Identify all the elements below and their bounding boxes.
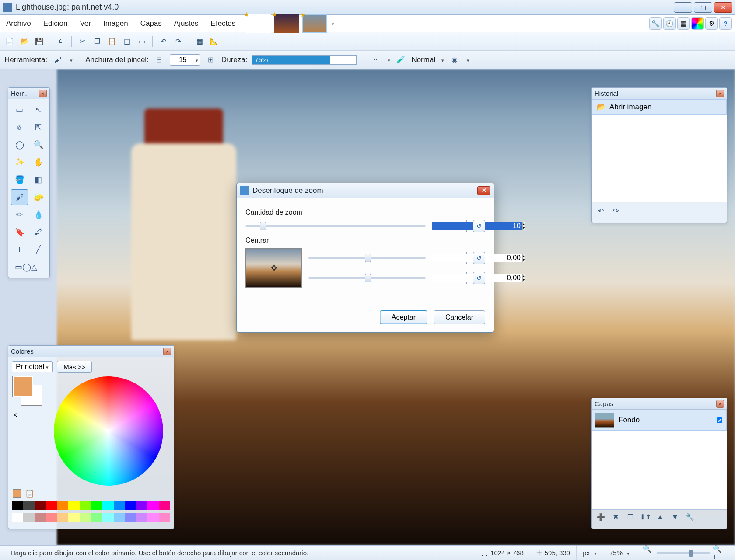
clone-stamp-tool[interactable]: 🔖: [11, 224, 28, 240]
layer-row[interactable]: Fondo: [592, 410, 727, 431]
deselect-icon[interactable]: ▭: [136, 35, 148, 48]
history-window-toggle[interactable]: 🕘: [663, 17, 676, 30]
history-panel[interactable]: Historial× 📂 Abrir imagen ↶ ↷: [592, 87, 727, 223]
move-tool[interactable]: ↖: [30, 102, 47, 118]
unit-dropdown[interactable]: [592, 549, 597, 557]
active-tool-icon[interactable]: 🖌: [52, 54, 64, 66]
menu-ajustes[interactable]: Ajustes: [168, 17, 205, 31]
lasso-tool[interactable]: ⌾: [11, 119, 28, 135]
more-colors-button[interactable]: Más >>: [57, 361, 92, 373]
crop-icon[interactable]: ◫: [121, 35, 133, 48]
ruler-icon[interactable]: 📐: [208, 35, 220, 48]
spin-up-icon[interactable]: ▴: [522, 222, 525, 226]
color-mode-select[interactable]: Principal: [12, 361, 52, 372]
shapes-tool[interactable]: ▭◯△: [11, 259, 47, 275]
close-window-button[interactable]: ✕: [714, 2, 732, 13]
blend-mode-dropdown[interactable]: [440, 56, 444, 64]
rect-select-tool[interactable]: ▭: [11, 102, 28, 118]
zoom-out-icon[interactable]: 🔍−: [642, 547, 654, 559]
grid-icon[interactable]: ▦: [193, 35, 206, 48]
menu-archivo[interactable]: Archivo: [0, 17, 37, 31]
color-picker-tool[interactable]: 💧: [30, 207, 47, 223]
duplicate-layer-icon[interactable]: ❐: [624, 511, 637, 523]
close-panel-icon[interactable]: ×: [163, 348, 171, 355]
open-file-icon[interactable]: 📂: [18, 35, 31, 48]
history-redo-icon[interactable]: ↷: [609, 205, 622, 217]
zoom-amount-slider[interactable]: [245, 225, 426, 227]
reset-cy-button[interactable]: ↺: [473, 272, 485, 284]
magic-wand-tool[interactable]: ✨: [11, 154, 28, 170]
hardness-slider[interactable]: 75%: [252, 55, 357, 65]
reset-cx-button[interactable]: ↺: [473, 252, 485, 264]
zoom-slider[interactable]: [657, 552, 710, 554]
center-x-slider[interactable]: [308, 257, 426, 259]
ok-button[interactable]: Aceptar: [380, 310, 427, 324]
cut-icon[interactable]: ✂: [76, 35, 88, 48]
copy-icon[interactable]: ❐: [91, 35, 103, 48]
zoom-in-icon[interactable]: 🔍+: [712, 547, 724, 559]
width-increase-icon[interactable]: ⊞: [205, 54, 217, 66]
zoom-dropdown[interactable]: [625, 549, 630, 557]
delete-layer-icon[interactable]: ✖: [609, 511, 622, 523]
doc-thumb-1[interactable]: ★: [246, 14, 271, 33]
layers-window-toggle[interactable]: ▦: [677, 17, 690, 30]
history-item[interactable]: 📂 Abrir imagen: [592, 99, 727, 115]
paint-bucket-tool[interactable]: 🪣: [11, 172, 28, 188]
doc-thumbs-dropdown[interactable]: [330, 19, 334, 28]
tools-window-toggle[interactable]: 🔧: [649, 17, 662, 30]
color-wheel[interactable]: [54, 376, 163, 486]
paste-icon[interactable]: 📋: [106, 35, 118, 48]
text-tool[interactable]: T: [11, 242, 28, 257]
layer-blend-icon[interactable]: ◉: [448, 54, 461, 66]
new-file-icon[interactable]: 📄: [4, 35, 16, 48]
palette-row-1[interactable]: [12, 501, 170, 510]
menu-imagen[interactable]: Imagen: [97, 17, 134, 31]
minimize-button[interactable]: —: [674, 2, 692, 13]
paintbrush-tool[interactable]: 🖌: [11, 189, 28, 205]
swap-colors-icon[interactable]: ⤭: [13, 411, 43, 418]
layer-visible-checkbox[interactable]: [717, 417, 722, 423]
tool-dropdown[interactable]: [68, 56, 73, 64]
move-layer-up-icon[interactable]: ▲: [654, 511, 666, 523]
zoom-tool[interactable]: 🔍: [30, 137, 47, 153]
tools-panel[interactable]: Herr...× ▭ ↖ ⌾ ⇱ ◯ 🔍 ✨ ✋ 🪣 ◧ 🖌 🧽 ✏ 💧 🔖 🖍…: [8, 87, 50, 278]
doc-thumb-3[interactable]: ★: [302, 14, 327, 33]
help-icon[interactable]: ?: [719, 17, 732, 30]
close-panel-icon[interactable]: ×: [716, 400, 724, 408]
cancel-button[interactable]: Cancelar: [434, 310, 485, 324]
settings-icon[interactable]: ⚙: [705, 17, 718, 30]
menu-edicion[interactable]: Edición: [37, 17, 74, 31]
merge-layer-icon[interactable]: ⬇⬆: [639, 511, 651, 523]
redo-icon[interactable]: ↷: [172, 35, 184, 48]
history-undo-icon[interactable]: ↶: [595, 205, 607, 217]
dialog-close-icon[interactable]: ✕: [477, 186, 490, 195]
palette-manage-icon[interactable]: 📋: [25, 489, 34, 498]
eraser-tool[interactable]: 🧽: [30, 189, 47, 205]
layers-panel[interactable]: Capas× Fondo ➕ ✖ ❐ ⬇⬆ ▲ ▼ 🔧: [592, 398, 727, 529]
print-icon[interactable]: 🖨: [55, 35, 67, 48]
spin-down-icon[interactable]: ▾: [522, 226, 525, 230]
zoom-amount-input[interactable]: ▴▾: [432, 220, 467, 232]
move-selection-tool[interactable]: ⇱: [30, 119, 47, 135]
pencil-tool[interactable]: ✏: [11, 207, 28, 223]
add-layer-icon[interactable]: ➕: [595, 511, 607, 523]
close-panel-icon[interactable]: ×: [39, 90, 47, 97]
save-icon[interactable]: 💾: [33, 35, 46, 48]
center-y-slider[interactable]: [308, 277, 426, 279]
center-y-input[interactable]: ▴▾: [432, 272, 467, 284]
colors-window-toggle[interactable]: [691, 17, 704, 30]
menu-capas[interactable]: Capas: [134, 17, 168, 31]
reset-zoom-button[interactable]: ↺: [473, 220, 485, 232]
center-preview[interactable]: [245, 248, 302, 288]
pan-tool[interactable]: ✋: [30, 154, 47, 170]
fill-icon[interactable]: 🧪: [395, 54, 407, 66]
center-x-input[interactable]: ▴▾: [432, 252, 467, 264]
move-layer-down-icon[interactable]: ▼: [669, 511, 681, 523]
antialias-icon[interactable]: 〰: [369, 54, 382, 66]
menu-efectos[interactable]: Efectos: [205, 17, 242, 31]
ellipse-select-tool[interactable]: ◯: [11, 137, 28, 153]
line-tool[interactable]: ╱: [30, 242, 47, 257]
maximize-button[interactable]: ▢: [694, 2, 712, 13]
add-color-swatch[interactable]: [13, 489, 21, 498]
palette-row-2[interactable]: [12, 513, 170, 522]
